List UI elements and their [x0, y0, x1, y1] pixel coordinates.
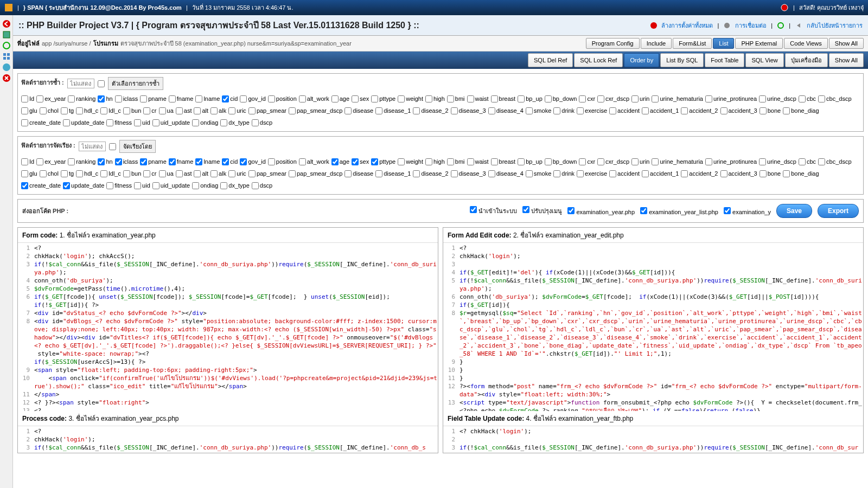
field-chol[interactable]: chol: [40, 105, 59, 116]
field-checkbox-breast[interactable]: [491, 158, 498, 165]
reload-icon[interactable]: [777, 22, 784, 29]
field-chol[interactable]: chol: [40, 168, 59, 179]
field-checkbox-disease_4[interactable]: [488, 107, 495, 114]
field-checkbox-position[interactable]: [268, 95, 275, 102]
field-gov_id[interactable]: gov_id: [240, 93, 265, 104]
field-checkbox-disease_4[interactable]: [488, 170, 495, 177]
field-checkbox-ranking[interactable]: [68, 158, 75, 165]
field-cbc[interactable]: cbc: [799, 156, 816, 167]
field-checkbox-alk[interactable]: [210, 170, 218, 177]
field-accident_3[interactable]: accident_3: [720, 105, 757, 116]
field-cbc_dscp[interactable]: cbc_dscp: [818, 93, 851, 104]
field-checkbox-tg[interactable]: [61, 107, 68, 114]
tool-list-by-sql[interactable]: List By SQL: [660, 53, 704, 67]
field-create_date[interactable]: create_date: [21, 180, 61, 191]
field-checkbox-sex[interactable]: [352, 158, 359, 165]
field-checkbox-ranking[interactable]: [68, 95, 75, 102]
field-bp_down[interactable]: bp_down: [545, 93, 577, 104]
field-checkbox-ast[interactable]: [176, 170, 183, 177]
field-hn[interactable]: hn: [98, 93, 112, 104]
tool-sql-view[interactable]: SQL View: [745, 53, 783, 67]
field-accident[interactable]: accident: [609, 168, 640, 179]
field-checkbox-pap_smear_dscp[interactable]: [289, 170, 296, 177]
field-weight[interactable]: weight: [398, 156, 423, 167]
tab-form-list[interactable]: Form&List: [673, 38, 712, 49]
field-ldl_c[interactable]: ldl_c: [100, 105, 121, 116]
field-checkbox-accident_1[interactable]: [642, 107, 649, 114]
field-accident[interactable]: accident: [609, 105, 640, 116]
field-checkbox-ast[interactable]: [176, 107, 183, 114]
update-menu-checkbox-label[interactable]: ปรับปรุงเมนู: [522, 206, 562, 216]
field-fname[interactable]: fname: [169, 93, 194, 104]
field-checkbox-bmi[interactable]: [447, 158, 454, 165]
field-checkbox-cbc_dscp[interactable]: [818, 95, 825, 102]
field-uid[interactable]: uid: [134, 180, 150, 191]
field-checkbox-accident_2[interactable]: [681, 170, 688, 177]
field-checkbox-cxr_dscp[interactable]: [597, 95, 604, 102]
process-code-body[interactable]: 1<?2chkHack('login');3if(!$cal_conn&&is_…: [18, 426, 438, 453]
field-accident_2[interactable]: accident_2: [681, 168, 718, 179]
field-bmi[interactable]: bmi: [447, 156, 465, 167]
field-exercise[interactable]: exercise: [577, 168, 607, 179]
field-cxr[interactable]: cxr: [579, 93, 595, 104]
field-checkbox-pttype[interactable]: [371, 95, 378, 102]
field-checkbox-urin[interactable]: [631, 95, 639, 102]
field-checkbox-fname[interactable]: [169, 158, 176, 165]
field-checkbox-cbc[interactable]: [799, 95, 806, 102]
field-checkbox-urine_dscp[interactable]: [759, 95, 766, 102]
field-checkbox-high[interactable]: [425, 95, 432, 102]
field-checkbox-urine_dscp[interactable]: [759, 158, 766, 165]
export-button[interactable]: Export: [818, 204, 859, 218]
sort-toggle-checkbox[interactable]: [109, 143, 116, 150]
field-pap_smear[interactable]: pap_smear: [248, 168, 286, 179]
field-ast[interactable]: ast: [176, 105, 192, 116]
field-pname[interactable]: pname: [140, 156, 167, 167]
field-bone_diag[interactable]: bone_diag: [783, 168, 819, 179]
field-checkbox-lname[interactable]: [195, 95, 202, 102]
field-cxr_dscp[interactable]: cxr_dscp: [597, 93, 629, 104]
field-ranking[interactable]: ranking: [68, 93, 95, 104]
field-checkbox-cid[interactable]: [222, 158, 229, 165]
sort-by-button[interactable]: จัดเรียงโดย: [119, 140, 156, 153]
field-checkbox-pttype[interactable]: [371, 158, 378, 165]
field-ranking[interactable]: ranking: [68, 156, 95, 167]
field-checkbox-chol[interactable]: [40, 107, 47, 114]
file3-checkbox[interactable]: [724, 207, 731, 214]
import-checkbox[interactable]: [470, 206, 477, 213]
field-checkbox-ldl_c[interactable]: [100, 107, 107, 114]
field-gov_id[interactable]: gov_id: [240, 156, 265, 167]
field-checkbox-bp_down[interactable]: [545, 95, 552, 102]
clear-settings-link[interactable]: ล้างการตั้งค่าทั้งหมด: [661, 21, 713, 30]
field-disease_3[interactable]: disease_3: [451, 105, 486, 116]
field-checkbox-glu[interactable]: [21, 107, 28, 114]
field-checkbox-dx_type[interactable]: [220, 119, 227, 126]
field-position[interactable]: position: [268, 93, 297, 104]
field-checkbox-cbc_dscp[interactable]: [818, 158, 825, 165]
field-checkbox-age[interactable]: [331, 158, 339, 165]
field-sex[interactable]: sex: [352, 156, 369, 167]
field-checkbox-hn[interactable]: [98, 95, 105, 102]
field-ast[interactable]: ast: [176, 168, 192, 179]
field-checkbox-chol[interactable]: [40, 170, 47, 177]
file2-checkbox[interactable]: [640, 207, 647, 214]
form-edit-code-body[interactable]: 1<?2chkHack('login');34if($_GET[edit]!='…: [443, 243, 863, 411]
field-dx_type[interactable]: dx_type: [220, 180, 250, 191]
field-alt_work[interactable]: alt_work: [299, 93, 329, 104]
field-age[interactable]: age: [331, 93, 349, 104]
close-icon[interactable]: [2, 74, 11, 82]
field-fitness[interactable]: fitness: [106, 180, 132, 191]
field-ua[interactable]: ua: [159, 105, 174, 116]
field-urine_dscp[interactable]: urine_dscp: [759, 156, 796, 167]
field-uric[interactable]: uric: [228, 105, 246, 116]
field-checkbox-gov_id[interactable]: [240, 158, 247, 165]
field-glu[interactable]: glu: [21, 168, 37, 179]
repeat-toggle-checkbox[interactable]: [98, 80, 105, 87]
field-cr[interactable]: cr: [143, 105, 156, 116]
field-smoke[interactable]: smoke: [526, 105, 551, 116]
sort-filter-input[interactable]: [79, 142, 106, 151]
field-checkbox-bp_down[interactable]: [545, 158, 552, 165]
field-checkbox-fitness[interactable]: [106, 119, 113, 126]
field-bp_down[interactable]: bp_down: [545, 156, 577, 167]
connect-link[interactable]: การเชื่อมต่อ: [735, 21, 767, 30]
field-bone[interactable]: bone: [760, 105, 781, 116]
